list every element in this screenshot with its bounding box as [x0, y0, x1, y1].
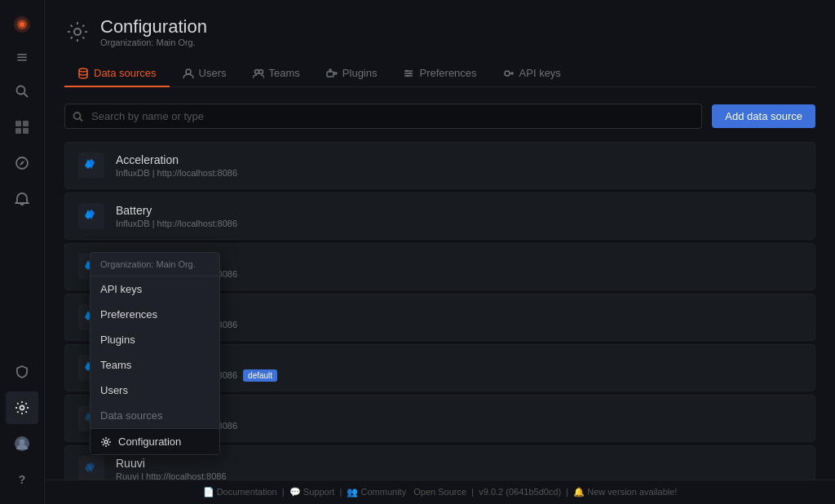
sidebar-item-explore[interactable]: [6, 147, 38, 179]
footer-support-icon: 💬: [289, 487, 301, 497]
db-icon: [77, 68, 89, 79]
tab-data-sources[interactable]: Data sources: [64, 60, 170, 87]
sidebar-item-help[interactable]: ?: [6, 463, 38, 496]
svg-point-27: [407, 74, 409, 77]
tab-plugins-label: Plugins: [342, 67, 378, 79]
datasource-name: Ruuvi: [116, 457, 227, 470]
datasource-item[interactable]: Acceleration InfluxDB | http://localhost…: [64, 142, 815, 189]
svg-point-29: [74, 113, 81, 119]
search-input-wrap: [64, 104, 702, 129]
dropdown-item-datasources[interactable]: Data sources: [91, 403, 219, 428]
footer-docs-icon: 📄: [203, 487, 214, 497]
svg-rect-5: [17, 60, 27, 61]
tab-users[interactable]: Users: [170, 60, 240, 87]
tab-teams-label: Teams: [269, 67, 300, 79]
datasource-meta: InfluxDB | http://localhost:8086: [116, 219, 237, 228]
datasource-item[interactable]: Battery InfluxDB | http://localhost:8086: [64, 192, 815, 240]
datasource-info: Ruuvi Ruuvi | http://localhost:8086: [116, 457, 227, 480]
api-key-icon: [503, 68, 515, 79]
dropdown-item-users[interactable]: Users: [91, 378, 219, 403]
search-bar: Add data source: [64, 104, 815, 129]
dropdown-item-api-keys[interactable]: API keys: [91, 276, 219, 302]
svg-point-18: [186, 69, 191, 74]
sidebar-item-dashboards[interactable]: [6, 111, 38, 144]
svg-point-28: [505, 71, 510, 76]
svg-line-7: [24, 94, 29, 98]
footer-community-icon: 👥: [347, 487, 358, 497]
tab-preferences[interactable]: Preferences: [390, 60, 489, 87]
tab-api-keys-label: API keys: [519, 67, 561, 79]
dropdown-config-bottom[interactable]: Configuration: [91, 428, 219, 454]
svg-point-2: [20, 22, 24, 27]
svg-point-25: [406, 69, 409, 72]
sidebar-item-config[interactable]: [6, 391, 38, 424]
sidebar-item-search[interactable]: [6, 75, 38, 108]
footer-update-icon: 🔔: [573, 487, 585, 497]
default-badge: default: [243, 369, 277, 382]
sidebar: ?: [0, 0, 45, 504]
tab-preferences-label: Preferences: [419, 67, 476, 79]
svg-point-26: [409, 72, 412, 74]
influxdb-icon: [78, 203, 104, 229]
plugins-icon: [326, 68, 338, 79]
svg-point-20: [258, 69, 263, 73]
dropdown-item-plugins[interactable]: Plugins: [91, 327, 219, 352]
sidebar-item-alerts[interactable]: [6, 183, 38, 215]
teams-icon: [253, 68, 264, 79]
search-input[interactable]: [64, 104, 702, 129]
page-header: Configuration Organization: Main Org. Da…: [45, 0, 835, 87]
grafana-logo[interactable]: [6, 8, 38, 41]
header-title-row: Configuration Organization: Main Org.: [64, 16, 815, 47]
dropdown-config-label: Configuration: [118, 435, 181, 448]
tab-users-label: Users: [199, 67, 227, 79]
influxdb-icon: [78, 456, 104, 480]
dropdown-item-teams[interactable]: Teams: [91, 352, 219, 378]
svg-line-30: [80, 118, 83, 122]
svg-point-16: [74, 29, 81, 35]
footer-opensource-link[interactable]: Open Source: [413, 487, 466, 497]
main-content: Configuration Organization: Main Org. Da…: [45, 0, 835, 504]
svg-rect-21: [327, 72, 334, 77]
tab-data-sources-label: Data sources: [94, 67, 157, 79]
footer-support-link[interactable]: Support: [303, 487, 335, 497]
svg-rect-10: [15, 128, 21, 134]
datasource-info: Battery InfluxDB | http://localhost:8086: [116, 204, 237, 228]
influxdb-icon: [78, 153, 104, 179]
footer-community-link[interactable]: Community: [361, 487, 407, 497]
svg-point-38: [104, 440, 108, 444]
tab-plugins[interactable]: Plugins: [313, 60, 391, 87]
svg-point-6: [17, 86, 25, 95]
nav-tabs: Data sources Users Teams: [64, 60, 815, 87]
dropdown-item-preferences[interactable]: Preferences: [91, 302, 219, 327]
svg-rect-8: [15, 121, 21, 126]
svg-rect-3: [17, 54, 27, 55]
sidebar-item-shield[interactable]: [6, 356, 38, 388]
tab-teams[interactable]: Teams: [240, 60, 313, 87]
config-gear-icon: [64, 19, 91, 45]
footer-update-link[interactable]: New version available!: [587, 487, 677, 497]
datasource-name: Battery: [116, 204, 237, 217]
add-datasource-button[interactable]: Add data source: [712, 104, 815, 128]
footer-docs-link[interactable]: Documentation: [217, 487, 277, 497]
datasource-name: Acceleration: [116, 153, 237, 166]
sidebar-toggle[interactable]: [9, 44, 35, 70]
tab-api-keys[interactable]: API keys: [490, 60, 574, 87]
svg-point-17: [79, 69, 87, 72]
dropdown-org-label: Organization: Main Org.: [91, 253, 219, 276]
svg-rect-4: [17, 57, 27, 59]
search-icon: [73, 111, 83, 122]
page-title: Configuration: [100, 16, 207, 38]
svg-rect-11: [23, 128, 29, 134]
datasource-meta: InfluxDB | http://localhost:8086: [116, 168, 237, 178]
footer-version: v9.0.2 (0641b5d0cd): [479, 487, 561, 497]
user-icon: [183, 68, 194, 79]
config-dropdown: Organization: Main Org. API keys Prefere…: [90, 252, 220, 455]
datasource-info: Acceleration InfluxDB | http://localhost…: [116, 153, 237, 178]
datasource-meta: Ruuvi | http://localhost:8086: [116, 471, 227, 480]
svg-point-13: [20, 406, 24, 410]
config-icon: [100, 436, 112, 448]
sidebar-item-avatar[interactable]: [6, 427, 38, 460]
preferences-icon: [403, 68, 414, 79]
page-subtitle: Organization: Main Org.: [100, 38, 207, 47]
svg-point-15: [20, 440, 25, 445]
